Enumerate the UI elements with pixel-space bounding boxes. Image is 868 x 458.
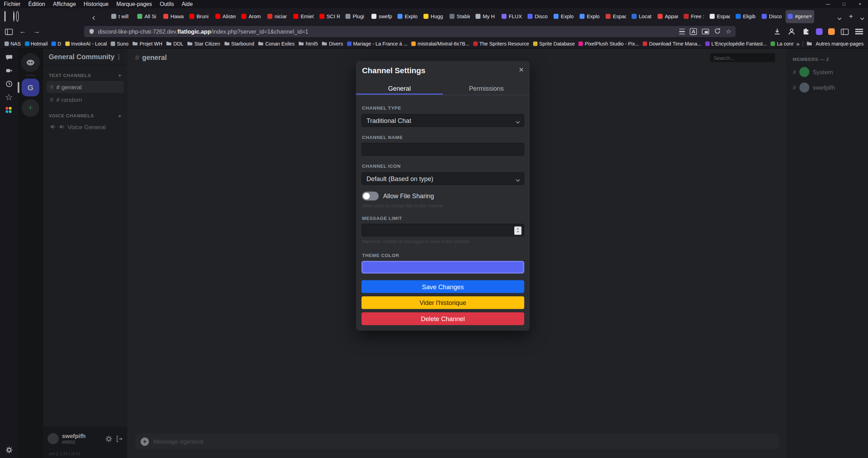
bookmark-item[interactable]: Mariage - La France à ...	[347, 41, 408, 46]
account-icon[interactable]	[787, 27, 796, 36]
bookmark-item[interactable]: NAS	[5, 41, 21, 46]
back-button[interactable]: ←	[18, 27, 27, 36]
firefox-view-icon[interactable]	[5, 11, 6, 21]
bookmark-item[interactable]: Projet WH	[132, 41, 162, 46]
browser-tab[interactable]: Explo ×	[395, 10, 420, 23]
screenshot-camera-icon[interactable]	[5, 67, 13, 74]
channel-type-select[interactable]: Traditional Chat	[361, 114, 524, 127]
minimize-button[interactable]: —	[820, 0, 836, 8]
file-sharing-toggle[interactable]	[362, 192, 379, 200]
browser-tab[interactable]: Disco ×	[525, 10, 550, 23]
browser-tab[interactable]: Espace ab ×	[707, 10, 732, 23]
close-window-button[interactable]: ×	[852, 0, 868, 8]
bookmark-item[interactable]: InvokeAI - Local	[65, 41, 107, 46]
browser-tab[interactable]: SCI R ×	[317, 10, 342, 23]
menu-item[interactable]: Aide	[178, 1, 197, 7]
channel-icon-select[interactable]: Default (Based on type)	[361, 172, 524, 185]
bookmark-item[interactable]: html5	[298, 41, 318, 46]
reader-mode-icon[interactable]	[679, 29, 685, 34]
bookmark-item[interactable]: Download Time Mana...	[643, 41, 701, 46]
other-bookmarks-button[interactable]: Autres marque-pages	[816, 41, 863, 46]
browser-tab[interactable]: Eligib ×	[734, 10, 758, 23]
menu-hamburger-icon[interactable]	[855, 27, 863, 36]
menu-item[interactable]: Fichier	[0, 1, 24, 7]
browser-tab[interactable]: Bruni ×	[187, 10, 212, 23]
browser-tab[interactable]: Locat ×	[629, 10, 654, 23]
browser-tab[interactable]: Disco ×	[760, 10, 784, 23]
bookmark-item[interactable]: PixelPlush Studio - Pix...	[579, 41, 639, 46]
new-tab-button[interactable]: +	[849, 13, 853, 20]
save-changes-button[interactable]: Save Changes	[361, 280, 524, 293]
tracking-shield-icon[interactable]	[89, 28, 94, 35]
bookmark-item[interactable]: D	[51, 41, 61, 46]
tab-permissions[interactable]: Permissions	[443, 83, 530, 95]
browser-tab[interactable]: Hawa ×	[161, 10, 186, 23]
theme-color-input[interactable]	[361, 261, 524, 273]
forward-button[interactable]: →	[32, 27, 41, 36]
spinner-down-icon[interactable]: ▼	[517, 230, 519, 234]
bookmark-item[interactable]: L'Encyclopédie Fantast...	[705, 41, 767, 46]
bookmark-item[interactable]: Suno	[111, 41, 129, 46]
number-spinner[interactable]: ▲▼	[514, 226, 522, 235]
bookmark-item[interactable]: DDL	[166, 41, 183, 46]
browser-tab[interactable]: My H ×	[473, 10, 498, 23]
browser-tab[interactable]: Plugi ×	[343, 10, 368, 23]
modal-close-icon[interactable]: ×	[519, 65, 524, 74]
palette-extension-icon[interactable]	[5, 106, 13, 114]
scroll-tabs-left-icon[interactable]	[93, 11, 96, 21]
browser-tab[interactable]: All Si ×	[135, 10, 160, 23]
browser-tab[interactable]: swefp ×	[369, 10, 394, 23]
downloads-icon[interactable]	[773, 27, 782, 36]
maximize-button[interactable]: □	[836, 0, 852, 8]
list-all-tabs-icon[interactable]	[861, 11, 863, 21]
bookmark-item[interactable]: Starbound	[224, 41, 254, 46]
browser-tab[interactable]: Emie0 ×	[291, 10, 316, 23]
tab-general[interactable]: General	[356, 83, 443, 95]
channel-name-input[interactable]	[366, 146, 519, 153]
scroll-tabs-right-icon[interactable]	[838, 11, 841, 21]
menu-item[interactable]: Outils	[156, 1, 178, 7]
bookmark-item[interactable]: mistralai/Mixtral-8x7B...	[411, 41, 469, 46]
browser-tab[interactable]: niciar ×	[265, 10, 290, 23]
menu-item[interactable]: Historique	[80, 1, 112, 7]
bookmarks-star-icon[interactable]: ☆	[5, 93, 13, 101]
bookmark-item[interactable]: Divers	[322, 41, 343, 46]
url-bar[interactable]: discord-like-php-chat-7262.dev.flatlogic…	[84, 26, 736, 37]
bookmarks-more-icon[interactable]: »	[796, 40, 800, 47]
browser-tab[interactable]: Explo ×	[577, 10, 602, 23]
bookmark-item[interactable]: Conan Exiles	[258, 41, 295, 46]
tab-close-icon[interactable]: ×	[809, 13, 812, 19]
sidebars-icon[interactable]	[840, 27, 849, 36]
browser-tab[interactable]: #gener ×	[785, 10, 814, 23]
clear-history-button[interactable]: Vider l'historique	[361, 296, 524, 309]
browser-tab[interactable]: Appar ×	[655, 10, 680, 23]
browser-tab[interactable]: Arom ×	[239, 10, 264, 23]
extensions-puzzle-icon[interactable]	[802, 27, 810, 36]
translate-icon[interactable]: A	[690, 28, 697, 35]
bookmark-star-icon[interactable]: ☆	[726, 28, 732, 35]
chatbot-icon[interactable]	[5, 53, 13, 61]
globe-pinned-tab-icon[interactable]	[13, 11, 14, 21]
sidebar-toggle-icon[interactable]	[5, 27, 13, 36]
bookmark-item[interactable]: La connexion Wifi et E...	[771, 41, 794, 46]
message-limit-input[interactable]	[366, 227, 519, 234]
bookmark-item[interactable]: Sprite Database	[533, 41, 575, 46]
browser-tab[interactable]: Explo ×	[551, 10, 576, 23]
browser-tab[interactable]: Hugg ×	[421, 10, 446, 23]
browser-tab[interactable]: t will ×	[109, 10, 134, 23]
browser-tab[interactable]: Alister ×	[213, 10, 238, 23]
browser-tab[interactable]: Espace cli ×	[604, 10, 628, 23]
extension-badge-orange[interactable]	[828, 28, 835, 35]
history-clock-icon[interactable]	[5, 80, 13, 88]
extension-badge-purple[interactable]	[816, 28, 823, 35]
bookmark-item[interactable]: Hotmail	[24, 41, 48, 46]
bookmark-item[interactable]: The Spriters Resource	[473, 41, 529, 46]
browser-tab[interactable]: Free : ×	[682, 10, 706, 23]
browser-tab[interactable]: Stable ×	[447, 10, 472, 23]
refresh-icon[interactable]	[714, 28, 721, 35]
browser-tab[interactable]: FLUX ×	[499, 10, 524, 23]
menu-item[interactable]: Marque-pages	[112, 1, 156, 7]
sidebar-settings-gear-icon[interactable]	[5, 446, 13, 453]
delete-channel-button[interactable]: Delete Channel	[361, 312, 524, 325]
bookmark-item[interactable]: Star Citizen	[187, 41, 220, 46]
